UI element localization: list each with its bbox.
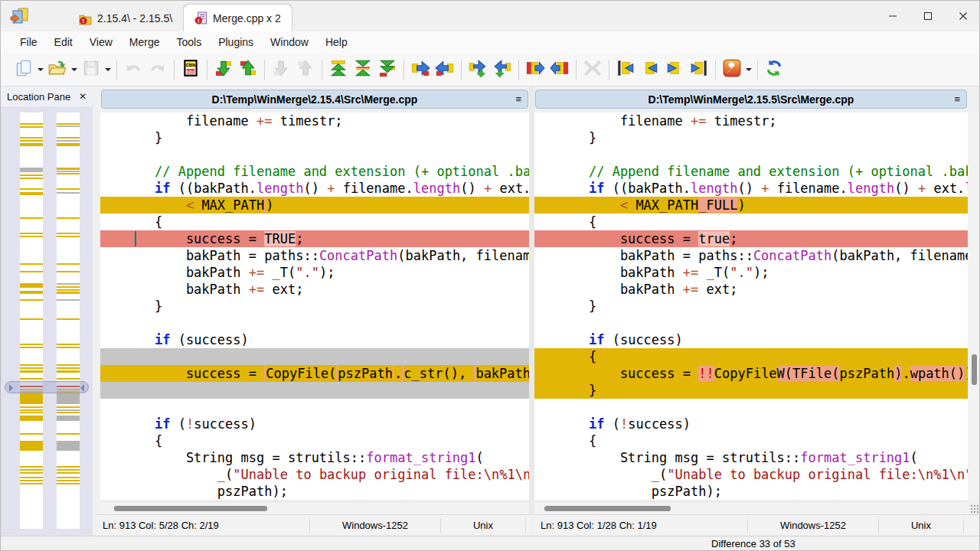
code-line[interactable]: { — [534, 348, 968, 365]
code-line[interactable]: } — [534, 129, 968, 146]
tab-active[interactable]: !Merge.cpp x 2 — [183, 4, 292, 31]
code-line[interactable]: if (success) — [534, 331, 968, 348]
copy-all-right-button[interactable] — [523, 57, 547, 83]
minimize-button[interactable] — [875, 1, 910, 31]
code-line[interactable]: bakPath += ext; — [100, 281, 529, 298]
code-line[interactable]: _("Unable to backup original file:\n%1\n… — [100, 466, 529, 483]
copy-right-advance-button[interactable] — [466, 57, 490, 83]
code-line[interactable]: } — [534, 382, 968, 399]
first-file-button[interactable] — [613, 57, 638, 83]
copy-left-button[interactable] — [433, 57, 457, 83]
previous-file-button[interactable] — [638, 57, 662, 83]
save-button[interactable] — [79, 57, 103, 83]
code-line[interactable]: success = true; — [534, 230, 968, 247]
pane-header-left[interactable]: D:\Temp\WinMerge\2.15.4\Src\Merge.cpp ≡ — [101, 90, 528, 109]
pane-menu-icon[interactable]: ≡ — [515, 93, 521, 105]
code-line[interactable]: success = !!CopyFileW(TFile(pszPath).wpa… — [534, 365, 968, 382]
code-line[interactable]: pszPath); — [100, 483, 529, 500]
h-scrollbar-thumb[interactable] — [114, 506, 267, 511]
last-file-button[interactable] — [687, 57, 711, 83]
code-area-left[interactable]: filename += timestr; } // Append filenam… — [100, 112, 529, 500]
redo-button[interactable] — [145, 57, 170, 83]
code-line[interactable] — [100, 348, 529, 365]
close-button[interactable] — [946, 1, 980, 31]
tab-inactive[interactable]: !2.15.4\ - 2.15.5\ — [68, 5, 183, 31]
new-file-dropdown-button[interactable] — [36, 57, 45, 83]
code-line[interactable]: < MAX_PATH_FULL) — [534, 197, 968, 214]
code-line[interactable]: { — [534, 214, 968, 230]
menu-item-merge[interactable]: Merge — [121, 31, 168, 54]
code-line[interactable]: { — [100, 432, 529, 449]
new-file-button[interactable] — [11, 57, 36, 83]
code-line[interactable]: } — [534, 298, 968, 315]
code-line[interactable]: pszPath); — [534, 483, 968, 500]
menu-item-view[interactable]: View — [81, 31, 121, 54]
code-line[interactable]: // Append filename and extension (+ opti… — [100, 163, 529, 180]
code-line[interactable]: bakPath = paths::ConcatPath(bakPath, fil… — [534, 247, 968, 264]
code-line[interactable]: if (!success) — [534, 416, 968, 432]
code-line[interactable]: bakPath = paths::ConcatPath(bakPath, fil… — [100, 247, 529, 264]
h-scrollbar-left[interactable] — [100, 501, 529, 514]
code-line[interactable] — [100, 382, 529, 399]
code-line[interactable]: String msg = strutils::format_string1( — [534, 449, 968, 466]
code-line[interactable]: filename += timestr; — [100, 112, 529, 129]
code-line[interactable]: _("Unable to backup original file:\n%1\n… — [534, 466, 968, 483]
code-line[interactable]: filename += timestr; — [534, 112, 968, 129]
open-dropdown-button[interactable] — [70, 57, 79, 83]
code-line[interactable]: bakPath += _T("."); — [534, 264, 968, 281]
location-bar-left[interactable] — [20, 112, 43, 529]
code-line[interactable]: String msg = strutils::format_string1( — [100, 449, 529, 466]
copy-right-button[interactable] — [408, 57, 433, 83]
v-scrollbar-thumb[interactable] — [972, 354, 977, 385]
code-line[interactable]: success = TRUE; — [100, 230, 529, 247]
previous-difference-button[interactable] — [236, 57, 260, 83]
code-line[interactable]: // Append filename and extension (+ opti… — [534, 163, 968, 180]
refresh-button[interactable] — [762, 57, 786, 83]
code-line[interactable]: } — [100, 129, 529, 146]
pane-header-right[interactable]: D:\Temp\WinMerge\2.15.5\Src\Merge.cpp ≡ — [535, 90, 967, 109]
code-line[interactable]: if (success) — [100, 331, 529, 348]
code-line[interactable]: if (!success) — [100, 416, 529, 432]
resize-grip[interactable] — [970, 504, 979, 514]
code-line[interactable]: if ((bakPath.length() + filename.length(… — [100, 180, 529, 197]
code-line[interactable]: if ((bakPath.length() + filename.length(… — [534, 180, 968, 197]
pane-splitter[interactable] — [93, 86, 100, 536]
menu-item-help[interactable]: Help — [317, 31, 356, 54]
code-line[interactable]: } — [100, 298, 529, 315]
next-difference-button[interactable] — [211, 57, 236, 83]
h-scrollbar-thumb[interactable] — [544, 506, 671, 511]
menu-item-edit[interactable]: Edit — [46, 31, 81, 54]
maximize-button[interactable] — [910, 1, 946, 31]
next-file-button[interactable] — [662, 57, 687, 83]
h-scrollbar-right[interactable] — [534, 501, 968, 514]
open-button[interactable] — [45, 57, 70, 83]
undo-button[interactable] — [121, 57, 145, 83]
next-conflict-button[interactable] — [269, 57, 293, 83]
code-line[interactable] — [534, 399, 968, 416]
options-dropdown-button[interactable] — [744, 57, 753, 83]
menu-item-tools[interactable]: Tools — [168, 31, 210, 54]
previous-conflict-button[interactable] — [293, 57, 318, 83]
code-line[interactable]: { — [534, 432, 968, 449]
code-line[interactable]: < MAX_PATH) — [100, 197, 529, 214]
location-pane-close-button[interactable]: ✕ — [77, 90, 89, 103]
location-view-indicator[interactable] — [5, 381, 89, 393]
code-line[interactable] — [100, 399, 529, 416]
code-area-right[interactable]: filename += timestr; } // Append filenam… — [534, 112, 968, 500]
current-difference-button[interactable] — [351, 57, 375, 83]
diff-options-button[interactable]: CBNABC — [178, 57, 203, 83]
last-difference-button[interactable] — [375, 57, 400, 83]
location-bar-right[interactable] — [57, 112, 80, 529]
code-line[interactable]: { — [100, 214, 529, 230]
code-line[interactable] — [534, 146, 968, 163]
options-button[interactable] — [720, 57, 744, 83]
menu-item-file[interactable]: File — [11, 31, 46, 54]
code-line[interactable] — [534, 315, 968, 331]
v-scrollbar-right[interactable] — [968, 112, 980, 500]
code-line[interactable]: bakPath += _T("."); — [100, 264, 529, 281]
first-difference-button[interactable] — [326, 57, 351, 83]
code-line[interactable] — [100, 315, 529, 331]
code-line[interactable]: success = CopyFile(pszPath.c_str(), bakP… — [100, 365, 529, 382]
menu-item-window[interactable]: Window — [262, 31, 317, 54]
pane-menu-icon[interactable]: ≡ — [954, 93, 960, 105]
